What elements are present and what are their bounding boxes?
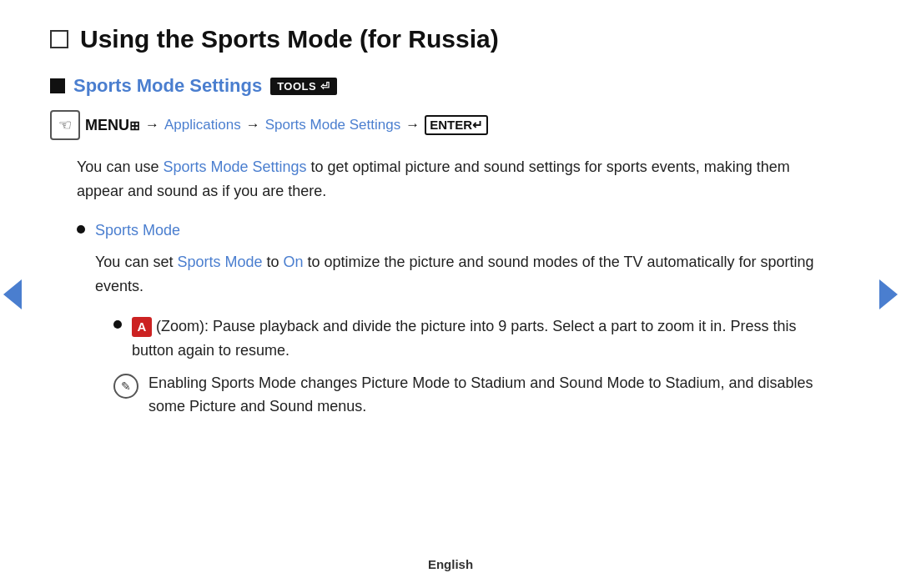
menu-hand-icon: ☜ xyxy=(50,110,80,140)
sub-bullet-dot xyxy=(113,320,122,329)
footer-language: English xyxy=(428,557,473,571)
note-stadium1-link[interactable]: Stadium xyxy=(471,374,526,391)
note-text-5: to xyxy=(644,374,665,391)
note-sound-mode-link[interactable]: Sound Mode xyxy=(559,374,644,391)
note-text-4: and xyxy=(526,374,559,391)
menu-label: MENU⊞ xyxy=(85,117,140,134)
menu-path: ☜ MENU⊞ → Applications → Sports Mode Set… xyxy=(50,110,834,140)
note-picture-link[interactable]: Picture xyxy=(189,398,236,415)
sports-mode-desc-2: to xyxy=(262,254,283,270)
sports-mode-on-link[interactable]: On xyxy=(284,254,304,270)
zoom-a-icon: A xyxy=(132,317,152,337)
intro-text: You can use Sports Mode Settings to get … xyxy=(77,155,834,204)
intro-sports-mode-settings-link[interactable]: Sports Mode Settings xyxy=(163,158,306,175)
note-sound-link[interactable]: Sound xyxy=(269,398,313,415)
note-text-2: changes xyxy=(296,374,361,391)
note-text-7: and xyxy=(236,398,269,415)
tools-label: TOOLS xyxy=(277,80,316,93)
note-section: ✎ Enabling Sports Mode changes Picture M… xyxy=(113,371,834,420)
note-text-3: to xyxy=(450,374,471,391)
note-picture-mode-link[interactable]: Picture Mode xyxy=(361,374,450,391)
menu-applications-link[interactable]: Applications xyxy=(164,117,241,133)
sports-mode-link[interactable]: Sports Mode xyxy=(95,222,180,239)
section-heading-row: Sports Mode Settings TOOLS ⏎ xyxy=(50,75,834,97)
sports-mode-desc-link1[interactable]: Sports Mode xyxy=(177,254,262,270)
sub-bullet-section: A (Zoom): Pause playback and divide the … xyxy=(113,314,834,363)
zoom-text: A (Zoom): Pause playback and divide the … xyxy=(132,314,834,363)
page-title: Using the Sports Mode (for Russia) xyxy=(80,25,499,53)
arrow2: → xyxy=(246,117,260,133)
note-text-8: menus. xyxy=(313,398,366,415)
sports-mode-desc-1: You can set xyxy=(95,254,177,270)
intro-text-1: You can use xyxy=(77,158,163,175)
pencil-icon: ✎ xyxy=(113,374,138,399)
tools-badge: TOOLS ⏎ xyxy=(270,78,337,95)
enter-label: ENTER↵ xyxy=(425,115,488,135)
note-text-1: Enabling xyxy=(148,374,211,391)
tools-icon: ⏎ xyxy=(320,80,330,93)
sports-mode-bullet: Sports Mode xyxy=(77,219,834,243)
page-title-checkbox xyxy=(50,30,68,48)
menu-sports-mode-settings-link[interactable]: Sports Mode Settings xyxy=(265,117,401,133)
note-text: Enabling Sports Mode changes Picture Mod… xyxy=(148,371,834,420)
page-title-row: Using the Sports Mode (for Russia) xyxy=(50,25,834,53)
note-sports-mode-link[interactable]: Sports Mode xyxy=(211,374,296,391)
section-square-icon xyxy=(50,78,65,93)
section-heading: Sports Mode Settings xyxy=(73,75,262,97)
bullet-section: Sports Mode You can set Sports Mode to O… xyxy=(77,219,834,420)
note-stadium2-link[interactable]: Stadium xyxy=(665,374,720,391)
footer: English xyxy=(0,557,901,571)
zoom-description: ): Pause playback and divide the picture… xyxy=(132,318,796,359)
zoom-bullet: A (Zoom): Pause playback and divide the … xyxy=(113,314,834,363)
sports-mode-label: Sports Mode xyxy=(95,219,180,243)
zoom-link[interactable]: Zoom xyxy=(161,318,199,334)
arrow3: → xyxy=(405,117,420,133)
bullet-dot xyxy=(77,225,85,234)
sports-mode-description: You can set Sports Mode to On to optimiz… xyxy=(95,250,834,299)
arrow1: → xyxy=(145,117,159,133)
